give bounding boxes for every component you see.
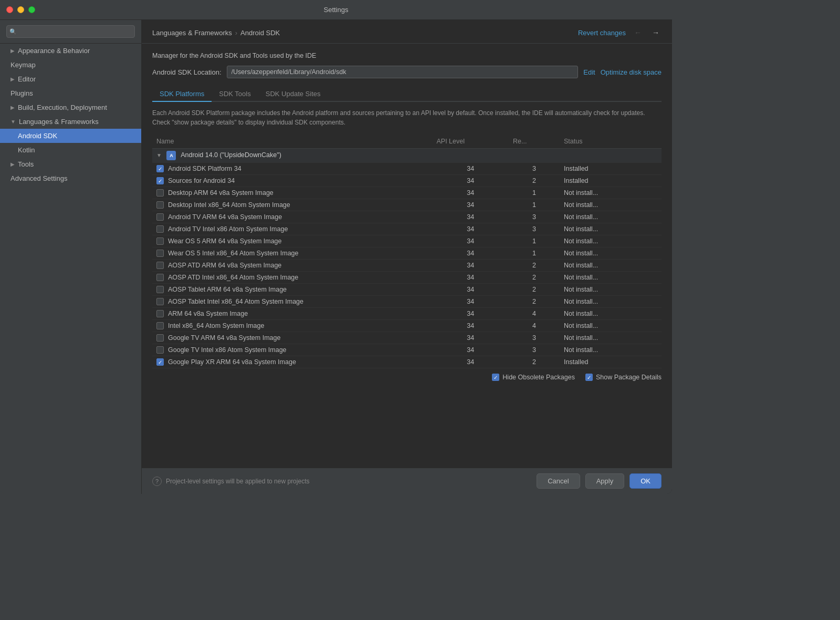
sidebar-item-plugins[interactable]: Plugins	[0, 86, 141, 100]
hide-obsolete-checkbox[interactable]	[492, 374, 499, 381]
search-input[interactable]	[6, 25, 135, 38]
hide-obsolete-label: Hide Obsolete Packages	[502, 374, 575, 381]
footer-help-text: Project-level settings will be applied t…	[166, 478, 309, 485]
sdk-item-checkbox[interactable]	[156, 346, 164, 354]
apply-button[interactable]: Apply	[585, 473, 625, 489]
sdk-item-checkbox[interactable]	[156, 298, 164, 305]
sidebar-item-android-sdk[interactable]: Android SDK	[0, 129, 141, 143]
sdk-item-rev: 2	[509, 284, 560, 296]
sidebar-item-label: Keymap	[10, 61, 36, 69]
sdk-item-checkbox[interactable]	[156, 334, 164, 342]
sdk-item-name: Android TV Intel x86 Atom System Image	[168, 225, 288, 233]
tab-sdk-platforms[interactable]: SDK Platforms	[152, 87, 212, 102]
table-row: Android TV ARM 64 v8a System Image 34 3 …	[152, 211, 662, 223]
tab-sdk-update-sites[interactable]: SDK Update Sites	[258, 87, 328, 102]
sdk-item-checkbox[interactable]	[156, 358, 164, 366]
table-row: Android TV Intel x86 Atom System Image 3…	[152, 223, 662, 235]
minimize-button[interactable]	[17, 6, 24, 13]
main-container: 🔍 ▶ Appearance & Behavior Keymap ▶ Edito…	[0, 20, 672, 494]
sidebar-item-kotlin[interactable]: Kotlin	[0, 143, 141, 157]
sidebar-item-advanced[interactable]: Advanced Settings	[0, 171, 141, 185]
sidebar-item-languages[interactable]: ▼ Languages & Frameworks	[0, 115, 141, 129]
sidebar-item-editor[interactable]: ▶ Editor	[0, 72, 141, 86]
cancel-button[interactable]: Cancel	[537, 473, 580, 489]
sidebar-item-tools[interactable]: ▶ Tools	[0, 157, 141, 171]
sdk-location-row: Android SDK Location: Edit Optimize disk…	[152, 66, 662, 78]
sdk-item-api: 34	[433, 247, 509, 260]
maximize-button[interactable]	[28, 6, 35, 13]
sdk-item-checkbox[interactable]	[156, 189, 164, 197]
sdk-item-api: 34	[433, 223, 509, 235]
table-row: AOSP Tablet Intel x86_64 Atom System Ima…	[152, 296, 662, 308]
sdk-item-name: Android TV ARM 64 v8a System Image	[168, 213, 282, 221]
sdk-item-status: Installed	[560, 163, 662, 175]
sdk-item-status: Not install...	[560, 187, 662, 199]
sdk-item-rev: 1	[509, 235, 560, 247]
sdk-item-name: AOSP Tablet ARM 64 v8a System Image	[168, 286, 287, 293]
sdk-item-status: Not install...	[560, 223, 662, 235]
sdk-item-checkbox[interactable]	[156, 286, 164, 293]
table-row: Android SDK Platform 34 34 3 Installed	[152, 163, 662, 175]
close-button[interactable]	[6, 6, 13, 13]
sdk-item-rev: 2	[509, 272, 560, 284]
sdk-item-api: 34	[433, 163, 509, 175]
search-wrap: 🔍	[6, 25, 135, 38]
sdk-item-status: Not install...	[560, 284, 662, 296]
sdk-item-api: 34	[433, 344, 509, 356]
sdk-item-status: Not install...	[560, 344, 662, 356]
sdk-item-status: Installed	[560, 175, 662, 187]
sdk-item-api: 34	[433, 235, 509, 247]
sdk-item-api: 34	[433, 296, 509, 308]
bottom-options: Hide Obsolete Packages Show Package Deta…	[152, 368, 662, 383]
sdk-item-checkbox[interactable]	[156, 165, 164, 172]
nav-forward-arrow[interactable]: →	[650, 27, 662, 38]
chevron-right-icon: ▶	[10, 48, 15, 54]
table-row: Sources for Android 34 34 2 Installed	[152, 175, 662, 187]
sidebar-item-build[interactable]: ▶ Build, Execution, Deployment	[0, 100, 141, 115]
sdk-item-api: 34	[433, 211, 509, 223]
sdk-item-status: Not install...	[560, 235, 662, 247]
sidebar-item-appearance[interactable]: ▶ Appearance & Behavior	[0, 44, 141, 58]
sdk-item-status: Not install...	[560, 260, 662, 272]
sidebar-item-label: Kotlin	[18, 146, 35, 154]
sdk-item-checkbox[interactable]	[156, 237, 164, 245]
sdk-location-input[interactable]	[227, 66, 579, 78]
sdk-item-rev: 2	[509, 260, 560, 272]
show-details-option: Show Package Details	[585, 374, 662, 381]
nav-back-arrow[interactable]: ←	[632, 27, 644, 38]
sdk-item-checkbox[interactable]	[156, 262, 164, 269]
sdk-item-rev: 1	[509, 247, 560, 260]
sdk-item-checkbox[interactable]	[156, 322, 164, 329]
sdk-item-name: Google TV ARM 64 v8a System Image	[168, 334, 280, 342]
sdk-item-api: 34	[433, 272, 509, 284]
sdk-item-checkbox[interactable]	[156, 310, 164, 317]
sdk-item-checkbox[interactable]	[156, 177, 164, 184]
table-row: Desktop ARM 64 v8a System Image 34 1 Not…	[152, 187, 662, 199]
sdk-item-checkbox[interactable]	[156, 213, 164, 221]
sdk-item-rev: 3	[509, 163, 560, 175]
sidebar-search-area: 🔍	[0, 20, 141, 44]
sdk-item-status: Not install...	[560, 308, 662, 320]
breadcrumb-current: Android SDK	[240, 29, 280, 37]
sdk-item-checkbox[interactable]	[156, 250, 164, 257]
table-row: Google Play XR ARM 64 v8a System Image 3…	[152, 356, 662, 368]
sdk-edit-link[interactable]: Edit	[583, 68, 595, 76]
ok-button[interactable]: OK	[629, 473, 662, 489]
sdk-item-checkbox[interactable]	[156, 201, 164, 209]
table-row: AOSP Tablet ARM 64 v8a System Image 34 2…	[152, 284, 662, 296]
footer-buttons: Cancel Apply OK	[537, 473, 662, 489]
show-details-label: Show Package Details	[596, 374, 662, 381]
group-name: Android 14.0 ("UpsideDownCake")	[181, 151, 281, 159]
show-details-checkbox[interactable]	[585, 374, 593, 381]
help-icon[interactable]: ?	[152, 477, 162, 486]
sdk-item-checkbox[interactable]	[156, 274, 164, 281]
sidebar-item-keymap[interactable]: Keymap	[0, 58, 141, 72]
revert-changes-link[interactable]: Revert changes	[578, 29, 626, 37]
col-header-name: Name	[152, 135, 433, 149]
sdk-optimize-link[interactable]: Optimize disk space	[601, 68, 662, 76]
tab-sdk-tools[interactable]: SDK Tools	[212, 87, 258, 102]
sdk-item-rev: 4	[509, 320, 560, 332]
sdk-item-rev: 1	[509, 187, 560, 199]
content-header: Languages & Frameworks › Android SDK Rev…	[142, 20, 672, 44]
sdk-item-checkbox[interactable]	[156, 225, 164, 233]
